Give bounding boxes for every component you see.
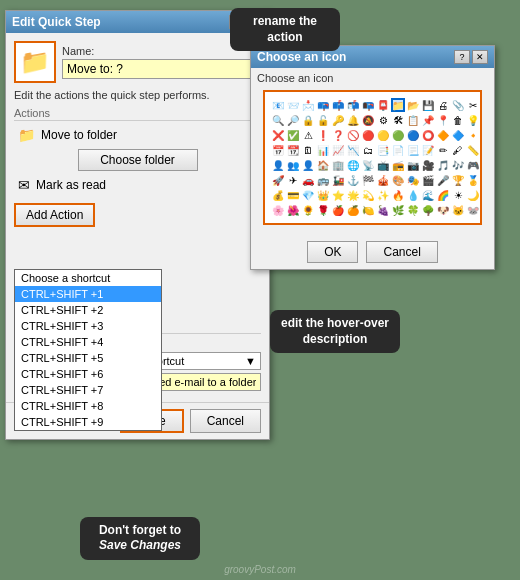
icon-cell-26[interactable]: 📍	[436, 113, 450, 127]
icon-cell-65[interactable]: 🌐	[346, 158, 360, 172]
icon-cell-45[interactable]: 📅	[271, 143, 285, 157]
icon-cell-114[interactable]: 🍀	[406, 203, 420, 217]
icon-cell-14[interactable]: 🖊	[481, 98, 482, 112]
icon-cell-42[interactable]: 🔷	[451, 128, 465, 142]
icon-cell-106[interactable]: 🌺	[286, 203, 300, 217]
choose-folder-button[interactable]: Choose folder	[78, 149, 198, 171]
icon-cell-113[interactable]: 🌿	[391, 203, 405, 217]
icon-cell-28[interactable]: 💡	[466, 113, 480, 127]
icon-cell-100[interactable]: 🌊	[421, 188, 435, 202]
icon-cell-18[interactable]: 🔓	[316, 113, 330, 127]
icon-cell-52[interactable]: 📑	[376, 143, 390, 157]
icon-cell-23[interactable]: 🛠	[391, 113, 405, 127]
add-action-button[interactable]: Add Action	[14, 203, 95, 227]
icon-cell-51[interactable]: 🗂	[361, 143, 375, 157]
icon-ok-button[interactable]: OK	[307, 241, 358, 263]
icon-cell-95[interactable]: 🌟	[346, 188, 360, 202]
icon-cell-109[interactable]: 🍎	[331, 203, 345, 217]
icon-cell-32[interactable]: ⚠	[301, 128, 315, 142]
icon-cell-99[interactable]: 💧	[406, 188, 420, 202]
shortcut-item-2[interactable]: CTRL+SHIFT +2	[15, 302, 161, 318]
icon-cell-117[interactable]: 🐱	[451, 203, 465, 217]
icon-cell-89[interactable]: 🎁	[481, 173, 482, 187]
cancel-button[interactable]: Cancel	[190, 409, 261, 433]
icon-cell-88[interactable]: 🥇	[466, 173, 480, 187]
icon-cell-92[interactable]: 💎	[301, 188, 315, 202]
icon-cell-21[interactable]: 🔕	[361, 113, 375, 127]
icon-cell-5[interactable]: 📬	[346, 98, 360, 112]
icon-cell-66[interactable]: 📡	[361, 158, 375, 172]
icon-cell-59[interactable]: 📐	[481, 143, 482, 157]
icon-cancel-button[interactable]: Cancel	[366, 241, 437, 263]
icon-cell-75[interactable]: 🚀	[271, 173, 285, 187]
icon-cell-118[interactable]: 🐭	[466, 203, 480, 217]
icon-cell-11[interactable]: 🖨	[436, 98, 450, 112]
icon-cell-31[interactable]: ✅	[286, 128, 300, 142]
name-input[interactable]	[62, 59, 261, 79]
shortcut-item-8[interactable]: CTRL+SHIFT +8	[15, 398, 161, 414]
icon-cell-116[interactable]: 🐶	[436, 203, 450, 217]
icon-cell-19[interactable]: 🔑	[331, 113, 345, 127]
icon-cell-17[interactable]: 🔒	[301, 113, 315, 127]
icon-cell-57[interactable]: 🖋	[451, 143, 465, 157]
icon-cell-93[interactable]: 👑	[316, 188, 330, 202]
icon-cell-15[interactable]: 🔍	[271, 113, 285, 127]
icon-cell-8[interactable]: 📁	[391, 98, 405, 112]
icon-cell-6[interactable]: 📭	[361, 98, 375, 112]
icon-cell-36[interactable]: 🔴	[361, 128, 375, 142]
icon-cell-73[interactable]: 🎮	[466, 158, 480, 172]
icon-cell-94[interactable]: ⭐	[331, 188, 345, 202]
icon-cell-37[interactable]: 🟡	[376, 128, 390, 142]
icon-cell-103[interactable]: 🌙	[466, 188, 480, 202]
icon-cell-64[interactable]: 🏢	[331, 158, 345, 172]
icon-cell-55[interactable]: 📝	[421, 143, 435, 157]
icon-cell-62[interactable]: 👤	[301, 158, 315, 172]
shortcut-item-7[interactable]: CTRL+SHIFT +7	[15, 382, 161, 398]
icon-cell-34[interactable]: ❓	[331, 128, 345, 142]
icon-cell-43[interactable]: 🔸	[466, 128, 480, 142]
shortcut-item-4[interactable]: CTRL+SHIFT +4	[15, 334, 161, 350]
icon-cell-86[interactable]: 🎤	[436, 173, 450, 187]
icon-cell-40[interactable]: ⭕	[421, 128, 435, 142]
icon-cell-33[interactable]: ❗	[316, 128, 330, 142]
icon-help-button[interactable]: ?	[454, 50, 470, 64]
shortcut-item-3[interactable]: CTRL+SHIFT +3	[15, 318, 161, 334]
icon-cell-1[interactable]: 📨	[286, 98, 300, 112]
icon-cell-16[interactable]: 🔎	[286, 113, 300, 127]
icon-cell-91[interactable]: 💳	[286, 188, 300, 202]
icon-cell-76[interactable]: ✈	[286, 173, 300, 187]
icon-close-button[interactable]: ✕	[472, 50, 488, 64]
icon-cell-0[interactable]: 📧	[271, 98, 285, 112]
shortcut-item-9[interactable]: CTRL+SHIFT +9	[15, 414, 161, 430]
icon-cell-24[interactable]: 📋	[406, 113, 420, 127]
icon-cell-81[interactable]: 🏁	[361, 173, 375, 187]
icon-cell-107[interactable]: 🌻	[301, 203, 315, 217]
icon-cell-56[interactable]: ✏	[436, 143, 450, 157]
icon-cell-85[interactable]: 🎬	[421, 173, 435, 187]
icon-cell-71[interactable]: 🎵	[436, 158, 450, 172]
icon-cell-47[interactable]: 🗓	[301, 143, 315, 157]
icon-cell-72[interactable]: 🎶	[451, 158, 465, 172]
icon-cell-104[interactable]: ⛅	[481, 188, 482, 202]
icon-cell-2[interactable]: 📩	[301, 98, 315, 112]
icon-cell-61[interactable]: 👥	[286, 158, 300, 172]
icon-cell-29[interactable]: ⚡	[481, 113, 482, 127]
icon-cell-87[interactable]: 🏆	[451, 173, 465, 187]
icon-cell-41[interactable]: 🔶	[436, 128, 450, 142]
icon-cell-30[interactable]: ❌	[271, 128, 285, 142]
icon-cell-90[interactable]: 💰	[271, 188, 285, 202]
shortcut-item-6[interactable]: CTRL+SHIFT +6	[15, 366, 161, 382]
icon-cell-38[interactable]: 🟢	[391, 128, 405, 142]
icon-cell-67[interactable]: 📺	[376, 158, 390, 172]
icon-cell-50[interactable]: 📉	[346, 143, 360, 157]
icon-cell-9[interactable]: 📂	[406, 98, 420, 112]
icon-cell-82[interactable]: 🎪	[376, 173, 390, 187]
icon-cell-13[interactable]: ✂	[466, 98, 480, 112]
shortcut-dropdown[interactable]: Choose a shortcut CTRL+SHIFT +1 CTRL+SHI…	[14, 269, 162, 431]
icon-cell-46[interactable]: 📆	[286, 143, 300, 157]
icon-cell-97[interactable]: ✨	[376, 188, 390, 202]
icon-cell-35[interactable]: 🚫	[346, 128, 360, 142]
icon-cell-78[interactable]: 🚌	[316, 173, 330, 187]
icon-cell-115[interactable]: 🌳	[421, 203, 435, 217]
icon-cell-44[interactable]: 🔹	[481, 128, 482, 142]
